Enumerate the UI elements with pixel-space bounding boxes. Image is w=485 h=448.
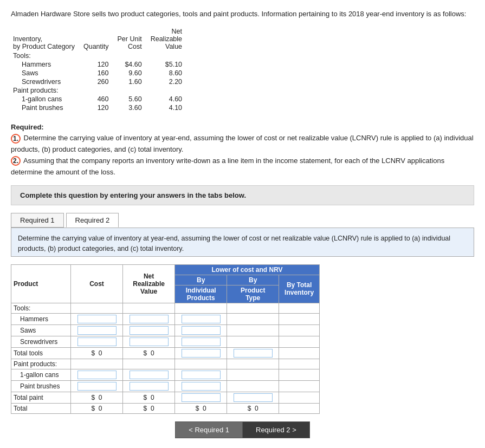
row-total-paint: Total paint $ 0 $ 0 (11, 392, 320, 403)
row-tools-section: Tools: (11, 303, 320, 313)
col-header-nrv: NetRealizableValue (123, 264, 175, 303)
col-header-product-type: ProductType (227, 285, 279, 303)
required-item-1: 1. Determine the carrying value of inven… (11, 134, 474, 153)
inv-row-saws: Saws 160 9.60 8.60 (11, 69, 189, 77)
inv-header-quantity: Quantity (83, 43, 109, 50)
col-header-by: By (175, 275, 227, 285)
tools-label: Tools: (11, 303, 71, 313)
col-header-by-total: By TotalInventory (279, 275, 320, 303)
col-header-cost: Cost (71, 264, 123, 303)
grand-total-prod-dollar: $ (248, 405, 251, 412)
total-tools-prod-input[interactable] (234, 349, 273, 358)
hammers-cost-input[interactable] (77, 315, 117, 323)
inv-row-hammers: Hammers 120 $4.60 $5.10 (11, 60, 189, 69)
row-grand-total: Total $ 0 $ 0 $ 0 $ 0 (11, 403, 320, 413)
grand-total-ind-val: 0 (203, 405, 206, 412)
grand-total-cost-dollar: $ (92, 405, 95, 412)
saws-nrv-input[interactable] (130, 326, 169, 335)
next-button[interactable]: Required 2 > (242, 421, 310, 438)
hammers-ind-input[interactable] (182, 315, 221, 323)
inv-row-screwdrivers: Screwdrivers 260 1.60 2.20 (11, 77, 189, 86)
screwdrivers-label: Screwdrivers (11, 336, 71, 347)
row-hammers: Hammers (11, 313, 320, 324)
screwdrivers-nrv-input[interactable] (130, 337, 169, 346)
total-paint-cost-val: 0 (99, 394, 102, 401)
inv-row-gallon: 1-gallon cans 460 5.60 4.60 (11, 95, 189, 103)
saws-cost-input[interactable] (77, 326, 117, 335)
main-table-wrapper: Product Cost NetRealizableValue Lower of… (11, 264, 474, 414)
row-saws: Saws (11, 324, 320, 336)
tab-required-2[interactable]: Required 2 (66, 213, 119, 228)
hammers-label: Hammers (11, 313, 71, 324)
row-paint-section: Paint products: (11, 359, 320, 369)
hammers-nrv-input[interactable] (130, 315, 169, 323)
total-tools-cost-dollar: $ (92, 349, 95, 357)
grand-total-prod-val: 0 (255, 405, 258, 412)
total-tools-cost-val: 0 (99, 349, 102, 357)
complete-box: Complete this question by entering your … (11, 185, 474, 205)
grand-total-label: Total (11, 403, 71, 413)
required-item-2: 2. Assuming that the company reports an … (11, 157, 444, 176)
inventory-table: Inventory,by Product Category Quantity P… (11, 27, 189, 112)
tabs-container: Required 1 Required 2 Determine the carr… (11, 213, 474, 257)
tabs-row: Required 1 Required 2 (11, 213, 474, 228)
main-table: Product Cost NetRealizableValue Lower of… (11, 264, 320, 414)
grand-total-nrv-dollar: $ (144, 405, 147, 412)
gallon-nrv-input[interactable] (130, 371, 169, 379)
inv-section-paint: Paint products: (11, 86, 189, 95)
col-header-individual: IndividualProducts (175, 285, 227, 303)
inv-row-brushes: Paint brushes 120 3.60 4.10 (11, 103, 189, 112)
row-screwdrivers: Screwdrivers (11, 336, 320, 347)
brushes-nrv-input[interactable] (130, 382, 169, 391)
intro-text: Almaden Hardware Store sells two product… (11, 9, 474, 20)
grand-total-ind-dollar: $ (196, 405, 199, 412)
col-header-product: Product (11, 264, 71, 303)
lower-cost-nrv-header: Lower of cost and NRV (175, 264, 320, 275)
gallon-cans-label: 1-gallon cans (11, 369, 71, 380)
row-gallon-cans: 1-gallon cans (11, 369, 320, 380)
total-paint-label: Total paint (11, 392, 71, 403)
saws-ind-input[interactable] (182, 326, 221, 335)
paint-label: Paint products: (11, 359, 71, 369)
screwdrivers-ind-input[interactable] (182, 337, 221, 346)
grand-total-nrv-val: 0 (151, 405, 154, 412)
inv-header-cost: Per UnitCost (118, 35, 142, 50)
grand-total-cost-val: 0 (99, 405, 102, 412)
total-paint-prod-input[interactable] (234, 393, 273, 402)
circle-1: 1. (11, 134, 21, 144)
total-tools-nrv-val: 0 (151, 349, 154, 357)
saws-label: Saws (11, 324, 71, 336)
col-header-by2: By (227, 275, 279, 285)
brushes-ind-input[interactable] (182, 382, 221, 391)
required-section: Required: 1. Determine the carrying valu… (11, 122, 474, 178)
required-label: Required: (11, 123, 44, 131)
total-paint-ind-input[interactable] (182, 393, 221, 402)
total-tools-label: Total tools (11, 347, 71, 359)
gallon-ind-input[interactable] (182, 371, 221, 379)
inv-header-category: Inventory,by Product Category (13, 35, 75, 50)
tab-required-1[interactable]: Required 1 (11, 213, 64, 228)
total-tools-nrv-dollar: $ (144, 349, 147, 357)
total-tools-ind-input[interactable] (182, 349, 221, 358)
brushes-cost-input[interactable] (77, 382, 117, 391)
total-paint-nrv-dollar: $ (144, 394, 147, 401)
inv-section-tools: Tools: (11, 51, 189, 60)
row-paint-brushes: Paint brushes (11, 380, 320, 392)
bottom-nav: < Required 1 Required 2 > (11, 421, 474, 438)
total-paint-cost-dollar: $ (92, 394, 95, 401)
row-total-tools: Total tools $ 0 $ 0 (11, 347, 320, 359)
paint-brushes-label: Paint brushes (11, 380, 71, 392)
prev-button[interactable]: < Required 1 (175, 421, 242, 438)
inv-header-nrv: NetRealizableValue (151, 28, 182, 50)
total-paint-nrv-val: 0 (151, 394, 154, 401)
circle-2: 2. (11, 156, 21, 166)
tab-content: Determine the carrying value of inventor… (11, 228, 474, 257)
gallon-cost-input[interactable] (77, 371, 117, 379)
screwdrivers-cost-input[interactable] (77, 337, 117, 346)
